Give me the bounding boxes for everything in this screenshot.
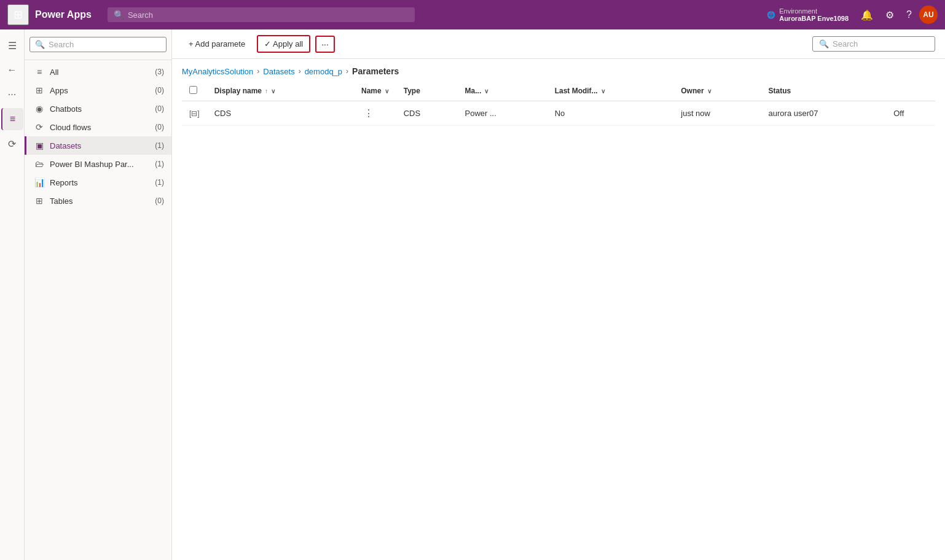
th-checkbox[interactable] bbox=[182, 81, 207, 101]
main-content: + Add paramete ✓ Apply all ··· 🔍 MyAnaly… bbox=[172, 29, 945, 560]
th-name-filter[interactable]: ∨ bbox=[385, 88, 389, 95]
tables-icon: ⊞ bbox=[34, 196, 45, 206]
waffle-icon[interactable]: ⊞ bbox=[7, 4, 29, 25]
rail-back-icon[interactable]: ← bbox=[1, 59, 23, 81]
rail-dots-icon[interactable]: ··· bbox=[1, 84, 23, 106]
body-layout: ☰ ← ··· ≡ ⟳ 🔍 ≡ All (3) ⊞ Apps (0) ◉ Cha… bbox=[0, 29, 945, 560]
sidebar-label-datasets: Datasets bbox=[50, 141, 150, 150]
row-owner: aurora user07 bbox=[761, 101, 887, 126]
settings-icon[interactable]: ⚙ bbox=[880, 6, 899, 25]
sidebar-count-apps: (0) bbox=[155, 86, 164, 95]
breadcrumb-sep-1: › bbox=[257, 67, 259, 76]
th-name[interactable]: Name ∨ bbox=[354, 81, 396, 101]
left-rail: ☰ ← ··· ≡ ⟳ bbox=[0, 29, 25, 560]
breadcrumb-solution[interactable]: MyAnalyticsSolution bbox=[182, 67, 253, 76]
th-last-modified-label: Last Modif... bbox=[555, 87, 598, 95]
th-display-name-sort-asc: ↑ bbox=[265, 88, 268, 95]
th-managed[interactable]: Ma... ∨ bbox=[458, 81, 547, 101]
sidebar-item-chatbots[interactable]: ◉ Chatbots (0) bbox=[25, 99, 171, 118]
th-display-name-label: Display name bbox=[214, 87, 262, 95]
add-parameter-button[interactable]: + Add paramete bbox=[182, 36, 252, 52]
avatar[interactable]: AU bbox=[919, 6, 938, 24]
th-type: Type bbox=[396, 81, 458, 101]
row-type: Power ... bbox=[458, 101, 547, 126]
reports-icon: 📊 bbox=[34, 177, 45, 187]
sidebar-search-icon: 🔍 bbox=[35, 40, 45, 49]
toolbar-search-input[interactable] bbox=[833, 39, 925, 49]
breadcrumb-demodq[interactable]: demodq_p bbox=[305, 67, 342, 76]
th-last-modified-filter[interactable]: ∨ bbox=[601, 88, 605, 95]
row-name: CDS bbox=[396, 101, 458, 126]
row-checkbox-cell: [⊟] bbox=[182, 101, 207, 126]
sidebar-item-tables[interactable]: ⊞ Tables (0) bbox=[25, 192, 171, 210]
sidebar-label-power-bi: Power BI Mashup Par... bbox=[50, 160, 150, 169]
global-search-box: 🔍 bbox=[108, 7, 415, 22]
breadcrumb-sep-2: › bbox=[299, 67, 301, 76]
toolbar-search-icon: 🔍 bbox=[819, 39, 829, 49]
notifications-icon[interactable]: 🔔 bbox=[856, 6, 878, 25]
row-entity-icon: [⊟] bbox=[189, 109, 200, 118]
row-actions-cell: ⋮ bbox=[354, 101, 396, 126]
th-owner-label: Owner bbox=[681, 87, 704, 95]
th-managed-label: Ma... bbox=[465, 87, 482, 95]
table-header-row: Display name ↑ ∨ Name ∨ bbox=[182, 81, 935, 101]
toolbar: + Add paramete ✓ Apply all ··· 🔍 bbox=[172, 29, 945, 59]
sidebar-item-all[interactable]: ≡ All (3) bbox=[25, 63, 171, 81]
sidebar-item-power-bi[interactable]: 🗁 Power BI Mashup Par... (1) bbox=[25, 155, 171, 173]
sidebar: 🔍 ≡ All (3) ⊞ Apps (0) ◉ Chatbots (0) ⟳ … bbox=[25, 29, 172, 560]
sidebar-item-datasets[interactable]: ▣ Datasets (1) bbox=[25, 136, 171, 155]
datasets-icon: ▣ bbox=[34, 141, 45, 150]
more-options-button[interactable]: ··· bbox=[315, 36, 335, 53]
row-more-button[interactable]: ⋮ bbox=[361, 106, 376, 120]
sidebar-label-tables: Tables bbox=[50, 196, 150, 206]
global-search-input[interactable] bbox=[128, 10, 409, 20]
table-container: Display name ↑ ∨ Name ∨ bbox=[172, 81, 945, 560]
top-nav-right: 🌐 Environment AuroraBAP Enve1098 🔔 ⚙ ? A… bbox=[767, 6, 938, 25]
rail-menu-icon[interactable]: ☰ bbox=[1, 34, 23, 56]
environment-icon: 🌐 bbox=[767, 11, 775, 19]
environment-info: 🌐 Environment AuroraBAP Enve1098 bbox=[767, 7, 849, 22]
th-owner[interactable]: Owner ∨ bbox=[673, 81, 761, 101]
th-last-modified[interactable]: Last Modif... ∨ bbox=[547, 81, 674, 101]
th-type-label: Type bbox=[404, 87, 420, 95]
th-status-label: Status bbox=[769, 87, 791, 95]
th-owner-filter[interactable]: ∨ bbox=[707, 88, 712, 95]
sidebar-label-all: All bbox=[50, 68, 150, 77]
breadcrumb: MyAnalyticsSolution › Datasets › demodq_… bbox=[172, 59, 945, 81]
breadcrumb-datasets[interactable]: Datasets bbox=[263, 67, 294, 76]
parameters-table: Display name ↑ ∨ Name ∨ bbox=[182, 81, 935, 126]
chatbots-icon: ◉ bbox=[34, 104, 45, 114]
sidebar-label-reports: Reports bbox=[50, 178, 150, 187]
row-display-name: CDS bbox=[207, 101, 354, 126]
th-name-label: Name bbox=[361, 87, 382, 95]
rail-flow-icon[interactable]: ≡ bbox=[1, 108, 23, 130]
sidebar-count-cloud-flows: (0) bbox=[155, 123, 164, 131]
sidebar-label-apps: Apps bbox=[50, 86, 150, 95]
th-display-name-filter[interactable]: ∨ bbox=[271, 88, 275, 95]
sidebar-item-apps[interactable]: ⊞ Apps (0) bbox=[25, 81, 171, 99]
sidebar-divider bbox=[25, 60, 171, 60]
th-display-name[interactable]: Display name ↑ ∨ bbox=[207, 81, 354, 101]
row-managed: No bbox=[547, 101, 674, 126]
sidebar-item-reports[interactable]: 📊 Reports (1) bbox=[25, 173, 171, 192]
app-title: Power Apps bbox=[35, 9, 92, 20]
th-managed-filter[interactable]: ∨ bbox=[484, 88, 488, 95]
help-icon[interactable]: ? bbox=[901, 6, 917, 24]
rail-history-icon[interactable]: ⟳ bbox=[1, 133, 23, 155]
select-all-checkbox[interactable] bbox=[189, 86, 197, 94]
breadcrumb-current: Parameters bbox=[352, 66, 399, 76]
apply-all-button[interactable]: ✓ Apply all bbox=[257, 35, 310, 53]
sidebar-item-cloud-flows[interactable]: ⟳ Cloud flows (0) bbox=[25, 118, 171, 136]
table-row[interactable]: [⊟] CDS ⋮ CDS Power ... No just now auro… bbox=[182, 101, 935, 126]
apps-icon: ⊞ bbox=[34, 85, 45, 95]
sidebar-label-chatbots: Chatbots bbox=[50, 104, 150, 114]
environment-label: Environment bbox=[779, 7, 849, 15]
breadcrumb-sep-3: › bbox=[346, 67, 348, 76]
sidebar-search-input[interactable] bbox=[49, 40, 161, 49]
environment-name: AuroraBAP Enve1098 bbox=[779, 15, 849, 22]
cloud-flows-icon: ⟳ bbox=[34, 122, 45, 132]
sidebar-label-cloud-flows: Cloud flows bbox=[50, 123, 150, 132]
sidebar-search-box[interactable]: 🔍 bbox=[29, 37, 167, 52]
row-status: Off bbox=[886, 101, 935, 126]
toolbar-search-box: 🔍 bbox=[812, 36, 935, 52]
